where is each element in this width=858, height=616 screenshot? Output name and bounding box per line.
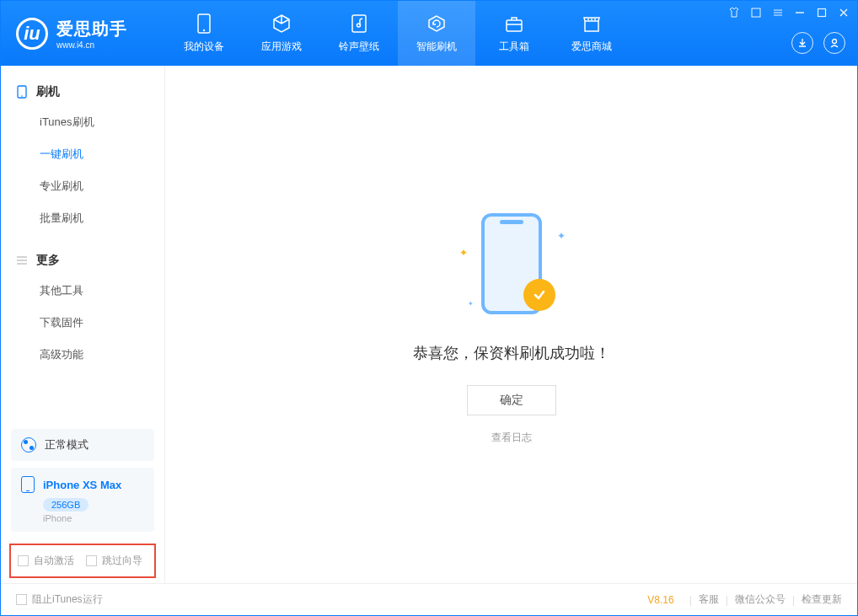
footer-link-update[interactable]: 检查更新 [802,592,842,607]
nav-tab-tools[interactable]: 工具箱 [475,1,553,66]
confirm-button[interactable]: 确定 [467,385,556,415]
svg-point-19 [21,95,23,97]
sidebar-item-itunes[interactable]: iTunes刷机 [1,106,164,138]
separator: | [689,594,692,606]
device-icon [193,13,215,35]
svg-rect-4 [507,20,522,31]
mode-card[interactable]: 正常模式 [11,429,154,461]
success-illustration: ✦ ✦ ✦ [453,205,571,323]
footer-left: 阻止iTunes运行 [16,592,103,607]
sidebar-item-batch[interactable]: 批量刷机 [1,202,164,234]
svg-point-7 [591,19,593,20]
footer-link-wechat[interactable]: 微信公众号 [735,592,786,607]
spark-icon: ✦ [459,247,468,259]
close-button[interactable] [837,6,850,19]
checkbox-icon [86,555,97,566]
bottom-options-highlighted: 自动激活 跳过向导 [9,544,156,578]
device-card[interactable]: iPhone XS Max 256GB iPhone [11,468,154,532]
sidebar-header-more: 更多 [1,246,164,275]
music-icon [348,13,370,35]
nav-label: 工具箱 [499,40,529,54]
mode-label: 正常模式 [45,437,88,453]
checkbox-block-itunes[interactable]: 阻止iTunes运行 [16,592,103,607]
main-content: ✦ ✦ ✦ 恭喜您，保资料刷机成功啦！ 确定 查看日志 [165,66,857,583]
sidebar-item-pro[interactable]: 专业刷机 [1,170,164,202]
maximize-button[interactable] [815,6,829,19]
phone-icon [16,86,28,98]
nav-tab-device[interactable]: 我的设备 [165,1,243,66]
device-name: iPhone XS Max [43,479,121,491]
sidebar: 刷机 iTunes刷机 一键刷机 专业刷机 批量刷机 更多 其他工具 下载固件 … [1,66,165,583]
version-label: V8.16 [647,594,673,606]
app-site: www.i4.cn [56,40,127,50]
nav-label: 我的设备 [184,40,224,54]
sidebar-item-other[interactable]: 其他工具 [1,275,164,307]
checkbox-label: 跳过向导 [102,554,142,568]
window-controls [727,6,850,19]
svg-rect-9 [752,8,760,17]
body-area: 刷机 iTunes刷机 一键刷机 专业刷机 批量刷机 更多 其他工具 下载固件 … [1,66,857,583]
spark-icon: ✦ [557,230,566,242]
svg-rect-14 [818,9,826,17]
briefcase-icon [503,13,525,35]
success-message: 恭喜您，保资料刷机成功啦！ [413,343,610,363]
checkbox-label: 阻止iTunes运行 [32,592,103,607]
svg-point-6 [587,19,589,20]
nav-tab-ringtones[interactable]: 铃声壁纸 [320,1,398,66]
svg-point-3 [357,24,361,27]
user-icon[interactable] [823,32,845,54]
nav-label: 铃声壁纸 [339,40,379,54]
nav-tab-apps[interactable]: 应用游戏 [243,1,320,66]
store-icon [581,13,603,35]
view-log-link[interactable]: 查看日志 [491,431,532,445]
box-icon[interactable] [749,6,763,19]
download-icon[interactable] [791,32,813,54]
spark-icon: ✦ [468,300,474,308]
logo-area: iu 爱思助手 www.i4.cn [1,18,165,50]
sidebar-item-firmware[interactable]: 下载固件 [1,307,164,339]
svg-point-1 [203,29,205,31]
list-icon [16,254,28,266]
cube-icon [271,13,292,35]
sidebar-title: 刷机 [36,84,60,99]
footer-link-support[interactable]: 客服 [699,592,719,607]
checkbox-icon [18,555,29,566]
device-capacity-badge: 256GB [43,498,88,512]
checkbox-icon [16,594,27,605]
sidebar-section-more: 更多 其他工具 下载固件 高级功能 [1,234,164,371]
svg-point-8 [594,19,596,20]
sidebar-title: 更多 [36,253,60,268]
sidebar-spacer [1,371,164,422]
device-phone-icon [21,476,35,493]
tshirt-icon[interactable] [727,6,741,19]
header-bar: iu 爱思助手 www.i4.cn 我的设备 应用游戏 铃声壁纸 智能刷机 工具… [1,1,857,66]
app-title: 爱思助手 [56,18,127,40]
sidebar-item-oneclick[interactable]: 一键刷机 [1,138,164,170]
nav-tabs: 我的设备 应用游戏 铃声壁纸 智能刷机 工具箱 爱思商城 [165,1,630,66]
footer-right: V8.16 | 客服 | 微信公众号 | 检查更新 [647,592,842,607]
separator: | [726,594,728,606]
minimize-button[interactable] [793,6,807,19]
check-badge-icon [523,279,555,311]
refresh-icon [426,13,448,35]
nav-tab-flash[interactable]: 智能刷机 [398,1,475,66]
nav-label: 爱思商城 [571,40,612,54]
checkbox-label: 自动激活 [34,554,74,568]
menu-icon[interactable] [771,6,785,19]
device-row: iPhone XS Max [21,476,144,493]
nav-label: 智能刷机 [416,40,457,54]
sidebar-section-flash: 刷机 iTunes刷机 一键刷机 专业刷机 批量刷机 [1,66,164,234]
sidebar-item-advanced[interactable]: 高级功能 [1,339,164,371]
nav-tab-store[interactable]: 爱思商城 [553,1,630,66]
device-type: iPhone [43,513,144,523]
checkbox-skip-wizard[interactable]: 跳过向导 [86,554,142,568]
mode-icon [21,437,36,453]
svg-point-17 [833,40,837,44]
footer-bar: 阻止iTunes运行 V8.16 | 客服 | 微信公众号 | 检查更新 [1,583,857,615]
checkbox-auto-activate[interactable]: 自动激活 [18,554,74,568]
separator: | [792,594,795,606]
header-right-icons [791,32,845,54]
nav-label: 应用游戏 [261,40,302,54]
sidebar-header-flash: 刷机 [1,78,164,106]
logo-icon: iu [16,18,48,50]
